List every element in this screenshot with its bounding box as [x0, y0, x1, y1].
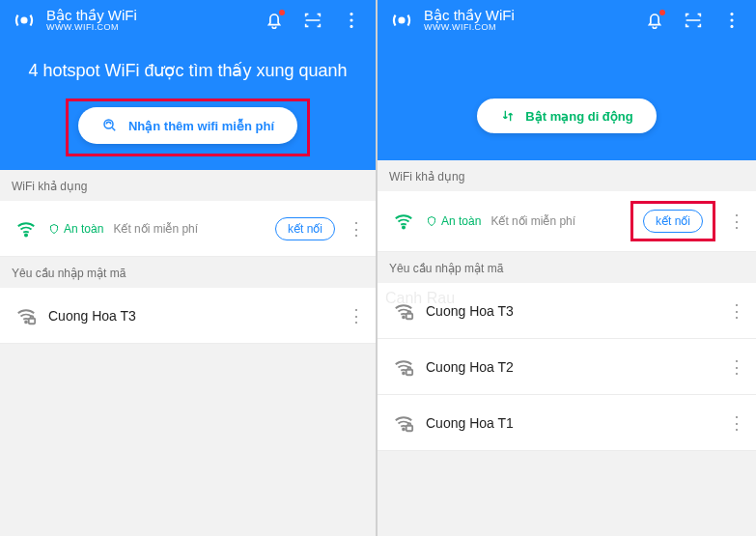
row-more-icon[interactable]: ⋮	[345, 217, 368, 240]
svg-point-17	[403, 428, 405, 430]
notification-dot	[659, 10, 665, 15]
svg-point-2	[350, 18, 352, 21]
password-section-title: Yêu cầu nhập mật mã	[378, 252, 756, 283]
app-logo-icon	[10, 6, 39, 35]
network-name: Cuong Hoa T1	[426, 415, 715, 431]
cta-label: Nhận thêm wifi miễn phí	[128, 119, 274, 133]
available-section-title: WiFi khả dụng	[378, 160, 756, 191]
available-network-row[interactable]: An toàn Kết nối miễn phí kết nối ⋮	[0, 201, 376, 257]
svg-point-1	[350, 13, 352, 15]
wifi-lock-icon	[14, 305, 39, 326]
password-network-row[interactable]: Cuong Hoa T2 ⋮	[378, 339, 756, 395]
swap-icon	[500, 108, 516, 124]
more-icon[interactable]	[337, 6, 366, 35]
search-wifi-icon	[101, 117, 119, 134]
safe-label: An toàn	[441, 214, 481, 228]
svg-point-10	[730, 18, 733, 21]
svg-point-0	[22, 18, 27, 23]
notification-dot	[279, 10, 285, 15]
network-name: Cuong Hoa T3	[48, 308, 335, 324]
scan-icon[interactable]	[679, 6, 708, 35]
more-icon[interactable]	[717, 6, 746, 35]
header: Bậc thầy WiFi WWW.WIFI.COM 4 hotspot WiF…	[0, 0, 376, 170]
row-more-icon[interactable]: ⋮	[725, 299, 748, 323]
wifi-lock-icon	[391, 356, 416, 378]
bell-icon[interactable]	[640, 6, 669, 35]
svg-rect-7	[29, 318, 35, 324]
bell-icon[interactable]	[260, 6, 289, 35]
title-group: Bậc thầy WiFi WWW.WIFI.COM	[10, 6, 250, 35]
wifi-strong-icon	[391, 211, 416, 232]
safe-label: An toàn	[64, 222, 103, 236]
connect-button[interactable]: kết nối	[275, 217, 335, 240]
free-connect-label: Kết nối miễn phí	[113, 222, 198, 236]
svg-rect-16	[406, 369, 412, 375]
wifi-lock-icon	[391, 300, 416, 322]
svg-point-15	[403, 372, 405, 374]
app-title: Bậc thầy WiFi	[46, 8, 137, 24]
svg-point-3	[350, 25, 352, 28]
svg-point-13	[403, 316, 405, 318]
scan-icon[interactable]	[298, 6, 327, 35]
row-more-icon[interactable]: ⋮	[345, 304, 368, 327]
highlight-box: kết nối	[630, 201, 715, 241]
shield-icon	[426, 215, 437, 227]
connect-button[interactable]: kết nối	[643, 210, 703, 233]
header-bar: Bậc thầy WiFi WWW.WIFI.COM	[0, 0, 376, 44]
app-title: Bậc thầy WiFi	[424, 8, 515, 24]
screen-left: Bậc thầy WiFi WWW.WIFI.COM 4 hotspot WiF…	[0, 0, 378, 536]
get-more-wifi-button[interactable]: Nhận thêm wifi miễn phí	[78, 107, 297, 144]
app-logo-icon	[387, 6, 416, 35]
available-network-row[interactable]: An toàn Kết nối miễn phí kết nối ⋮	[378, 191, 756, 252]
row-more-icon[interactable]: ⋮	[725, 210, 748, 233]
app-subtitle: WWW.WIFI.COM	[46, 23, 137, 33]
svg-point-4	[104, 120, 113, 128]
title-group: Bậc thầy WiFi WWW.WIFI.COM	[387, 6, 630, 35]
wifi-lock-icon	[391, 412, 416, 434]
row-more-icon[interactable]: ⋮	[725, 411, 748, 435]
svg-rect-18	[406, 425, 412, 431]
password-section-title: Yêu cầu nhập mật mã	[0, 257, 376, 288]
svg-point-11	[730, 25, 733, 28]
network-name: Cuong Hoa T3	[426, 303, 715, 319]
svg-point-6	[25, 321, 27, 323]
cta-label: Bật mạng di động	[525, 109, 632, 124]
hero-text: 4 hotspot WiFi được tìm thấy xung quanh	[0, 44, 376, 99]
svg-rect-14	[406, 313, 412, 319]
header: Bậc thầy WiFi WWW.WIFI.COM Bật mạng d	[378, 0, 756, 160]
svg-point-12	[403, 226, 405, 228]
row-more-icon[interactable]: ⋮	[725, 355, 748, 379]
password-network-row[interactable]: Cuong Hoa T3 ⋮	[378, 283, 756, 339]
password-network-row[interactable]: Cuong Hoa T3 ⋮	[0, 288, 376, 344]
available-section-title: WiFi khả dụng	[0, 170, 376, 201]
enable-mobile-data-button[interactable]: Bật mạng di động	[477, 99, 656, 133]
svg-point-5	[25, 234, 27, 236]
screen-right: Bậc thầy WiFi WWW.WIFI.COM Bật mạng d	[378, 0, 756, 536]
free-connect-label: Kết nối miễn phí	[490, 214, 575, 228]
network-name: Cuong Hoa T2	[426, 359, 715, 375]
highlight-box: Nhận thêm wifi miễn phí	[66, 99, 310, 156]
password-network-row[interactable]: Cuong Hoa T1 ⋮	[378, 395, 756, 451]
app-subtitle: WWW.WIFI.COM	[424, 23, 515, 33]
svg-point-8	[400, 18, 405, 23]
header-bar: Bậc thầy WiFi WWW.WIFI.COM	[378, 0, 756, 44]
svg-point-9	[730, 13, 733, 15]
shield-icon	[48, 223, 60, 235]
wifi-strong-icon	[14, 218, 39, 240]
